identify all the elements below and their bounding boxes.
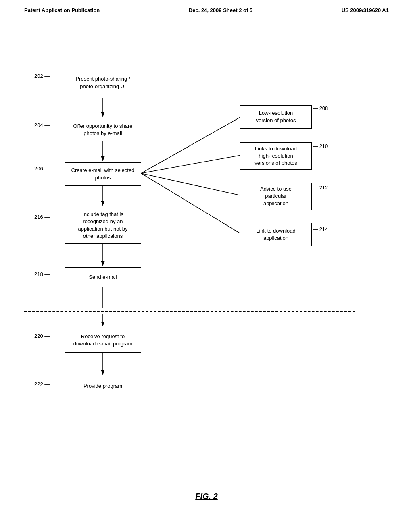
- svg-line-8: [141, 117, 241, 173]
- box-220: Receive request todownload e-mail progra…: [65, 328, 141, 353]
- box-214: Link to downloadapplication: [240, 223, 312, 246]
- label-214: — 214: [313, 226, 328, 232]
- label-212: — 212: [313, 185, 328, 191]
- label-204: 204 —: [34, 122, 50, 128]
- header-left: Patent Application Publication: [24, 7, 100, 13]
- arrows-svg: [0, 21, 413, 517]
- box-210: Links to downloadhigh-resolutionversions…: [240, 142, 312, 170]
- box-212: Advice to useparticularapplication: [240, 183, 312, 210]
- box-208: Low-resolutionversion of photos: [240, 105, 312, 129]
- label-208: — 208: [313, 105, 328, 111]
- box-218: Send e-mail: [65, 267, 141, 287]
- header-right: US 2009/319620 A1: [342, 7, 389, 13]
- label-220: 220 —: [34, 333, 50, 339]
- label-216: 216 —: [34, 214, 50, 220]
- svg-line-10: [141, 173, 241, 195]
- figure-caption: FIG. 2: [195, 492, 218, 501]
- diagram-area: 202 — Present photo-sharing /photo-organ…: [0, 21, 413, 517]
- svg-line-9: [141, 155, 241, 173]
- box-206: Create e-mail with selectedphotos: [65, 162, 141, 186]
- label-210: — 210: [313, 143, 328, 149]
- svg-line-11: [141, 173, 241, 234]
- label-202: 202 —: [34, 73, 50, 79]
- box-202: Present photo-sharing /photo-organizing …: [65, 70, 141, 96]
- dashed-separator: [24, 311, 355, 312]
- page-header: Patent Application Publication Dec. 24, …: [0, 0, 413, 17]
- label-222: 222 —: [34, 381, 50, 387]
- label-218: 218 —: [34, 271, 50, 277]
- box-216: Include tag that isrecognized by anappli…: [65, 207, 141, 244]
- box-222: Provide program: [65, 376, 141, 396]
- label-206: 206 —: [34, 166, 50, 172]
- header-center: Dec. 24, 2009 Sheet 2 of 5: [189, 7, 252, 13]
- box-204: Offer opportunity to sharephotos by e-ma…: [65, 118, 141, 141]
